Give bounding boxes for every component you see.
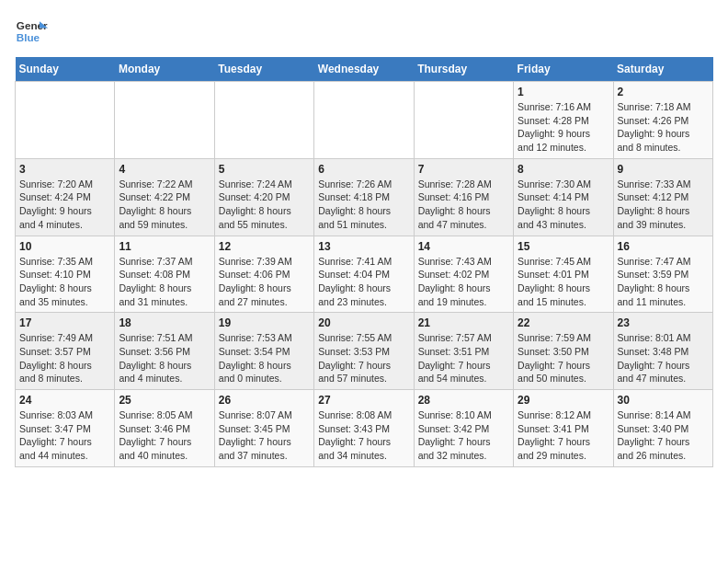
day-number: 4 xyxy=(119,163,210,176)
day-info: Sunrise: 7:45 AM Sunset: 4:01 PM Dayligh… xyxy=(518,255,609,309)
calendar-cell: 14Sunrise: 7:43 AM Sunset: 4:02 PM Dayli… xyxy=(414,236,513,313)
calendar-cell: 26Sunrise: 8:07 AM Sunset: 3:45 PM Dayli… xyxy=(214,390,313,467)
calendar-cell: 13Sunrise: 7:41 AM Sunset: 4:04 PM Dayli… xyxy=(314,236,414,313)
logo: General Blue xyxy=(15,15,48,48)
day-info: Sunrise: 7:43 AM Sunset: 4:02 PM Dayligh… xyxy=(418,255,509,309)
calendar-cell: 28Sunrise: 8:10 AM Sunset: 3:42 PM Dayli… xyxy=(414,390,513,467)
day-info: Sunrise: 7:18 AM Sunset: 4:26 PM Dayligh… xyxy=(618,100,709,155)
day-number: 19 xyxy=(219,316,310,329)
calendar-cell xyxy=(214,82,313,159)
calendar-cell: 7Sunrise: 7:28 AM Sunset: 4:16 PM Daylig… xyxy=(414,158,513,236)
calendar-table: SundayMondayTuesdayWednesdayThursdayFrid… xyxy=(15,57,713,467)
day-info: Sunrise: 7:51 AM Sunset: 3:56 PM Dayligh… xyxy=(119,331,210,385)
calendar-cell: 4Sunrise: 7:22 AM Sunset: 4:22 PM Daylig… xyxy=(115,158,214,236)
day-info: Sunrise: 8:14 AM Sunset: 3:40 PM Dayligh… xyxy=(618,408,709,463)
day-header-tuesday: Tuesday xyxy=(214,57,313,82)
day-number: 6 xyxy=(318,163,409,176)
day-info: Sunrise: 7:20 AM Sunset: 4:24 PM Dayligh… xyxy=(19,178,110,232)
calendar-cell xyxy=(314,82,414,159)
day-header-saturday: Saturday xyxy=(613,57,712,82)
day-number: 7 xyxy=(418,163,509,176)
calendar-cell xyxy=(115,82,214,159)
day-info: Sunrise: 7:53 AM Sunset: 3:54 PM Dayligh… xyxy=(219,331,310,385)
week-row-4: 17Sunrise: 7:49 AM Sunset: 3:57 PM Dayli… xyxy=(16,313,713,390)
calendar-cell: 29Sunrise: 8:12 AM Sunset: 3:41 PM Dayli… xyxy=(514,390,613,467)
day-number: 13 xyxy=(318,240,409,253)
calendar-cell: 27Sunrise: 8:08 AM Sunset: 3:43 PM Dayli… xyxy=(314,390,414,467)
day-header-friday: Friday xyxy=(514,57,613,82)
day-info: Sunrise: 8:08 AM Sunset: 3:43 PM Dayligh… xyxy=(318,408,409,463)
calendar-cell: 17Sunrise: 7:49 AM Sunset: 3:57 PM Dayli… xyxy=(16,313,115,390)
calendar-cell: 20Sunrise: 7:55 AM Sunset: 3:53 PM Dayli… xyxy=(314,313,414,390)
day-info: Sunrise: 7:22 AM Sunset: 4:22 PM Dayligh… xyxy=(119,178,210,232)
day-info: Sunrise: 7:41 AM Sunset: 4:04 PM Dayligh… xyxy=(318,255,409,309)
day-info: Sunrise: 7:39 AM Sunset: 4:06 PM Dayligh… xyxy=(219,255,310,309)
day-info: Sunrise: 7:33 AM Sunset: 4:12 PM Dayligh… xyxy=(618,178,709,232)
calendar-cell: 21Sunrise: 7:57 AM Sunset: 3:51 PM Dayli… xyxy=(414,313,513,390)
calendar-cell xyxy=(16,82,115,159)
day-info: Sunrise: 8:01 AM Sunset: 3:48 PM Dayligh… xyxy=(618,331,709,385)
calendar-cell: 30Sunrise: 8:14 AM Sunset: 3:40 PM Dayli… xyxy=(613,390,712,467)
calendar-cell: 3Sunrise: 7:20 AM Sunset: 4:24 PM Daylig… xyxy=(16,158,115,236)
calendar-cell: 22Sunrise: 7:59 AM Sunset: 3:50 PM Dayli… xyxy=(514,313,613,390)
day-number: 26 xyxy=(219,394,310,407)
day-header-monday: Monday xyxy=(115,57,214,82)
calendar-cell: 10Sunrise: 7:35 AM Sunset: 4:10 PM Dayli… xyxy=(16,236,115,313)
day-number: 28 xyxy=(418,394,509,407)
calendar-cell: 24Sunrise: 8:03 AM Sunset: 3:47 PM Dayli… xyxy=(16,390,115,467)
calendar-cell: 15Sunrise: 7:45 AM Sunset: 4:01 PM Dayli… xyxy=(514,236,613,313)
day-number: 17 xyxy=(19,316,110,329)
day-info: Sunrise: 7:28 AM Sunset: 4:16 PM Dayligh… xyxy=(418,178,509,232)
day-header-thursday: Thursday xyxy=(414,57,513,82)
calendar-cell: 5Sunrise: 7:24 AM Sunset: 4:20 PM Daylig… xyxy=(214,158,313,236)
day-info: Sunrise: 8:03 AM Sunset: 3:47 PM Dayligh… xyxy=(19,408,110,463)
day-number: 2 xyxy=(618,86,709,98)
day-number: 10 xyxy=(19,240,110,253)
calendar-cell xyxy=(414,82,513,159)
day-header-wednesday: Wednesday xyxy=(314,57,414,82)
day-info: Sunrise: 8:07 AM Sunset: 3:45 PM Dayligh… xyxy=(219,408,310,463)
logo-icon: General Blue xyxy=(15,15,48,48)
day-number: 23 xyxy=(618,316,709,329)
calendar-cell: 6Sunrise: 7:26 AM Sunset: 4:18 PM Daylig… xyxy=(314,158,414,236)
day-number: 9 xyxy=(618,163,709,176)
calendar-cell: 8Sunrise: 7:30 AM Sunset: 4:14 PM Daylig… xyxy=(514,158,613,236)
calendar-cell: 23Sunrise: 8:01 AM Sunset: 3:48 PM Dayli… xyxy=(613,313,712,390)
day-number: 24 xyxy=(19,394,110,407)
day-number: 29 xyxy=(518,394,609,407)
day-info: Sunrise: 7:30 AM Sunset: 4:14 PM Dayligh… xyxy=(518,178,609,232)
day-number: 12 xyxy=(219,240,310,253)
header-row: SundayMondayTuesdayWednesdayThursdayFrid… xyxy=(16,57,713,82)
week-row-1: 1Sunrise: 7:16 AM Sunset: 4:28 PM Daylig… xyxy=(16,82,713,159)
week-row-2: 3Sunrise: 7:20 AM Sunset: 4:24 PM Daylig… xyxy=(16,158,713,236)
day-number: 5 xyxy=(219,163,310,176)
calendar-cell: 12Sunrise: 7:39 AM Sunset: 4:06 PM Dayli… xyxy=(214,236,313,313)
svg-text:Blue: Blue xyxy=(17,31,40,43)
day-number: 14 xyxy=(418,240,509,253)
calendar-cell: 9Sunrise: 7:33 AM Sunset: 4:12 PM Daylig… xyxy=(613,158,712,236)
day-number: 21 xyxy=(418,316,509,329)
calendar-cell: 2Sunrise: 7:18 AM Sunset: 4:26 PM Daylig… xyxy=(613,82,712,159)
calendar-cell: 18Sunrise: 7:51 AM Sunset: 3:56 PM Dayli… xyxy=(115,313,214,390)
week-row-5: 24Sunrise: 8:03 AM Sunset: 3:47 PM Dayli… xyxy=(16,390,713,467)
day-header-sunday: Sunday xyxy=(16,57,115,82)
day-info: Sunrise: 7:49 AM Sunset: 3:57 PM Dayligh… xyxy=(19,331,110,385)
day-number: 15 xyxy=(518,240,609,253)
day-number: 27 xyxy=(318,394,409,407)
header: General Blue xyxy=(15,15,713,48)
day-info: Sunrise: 8:05 AM Sunset: 3:46 PM Dayligh… xyxy=(119,408,210,463)
day-number: 30 xyxy=(618,394,709,407)
day-info: Sunrise: 8:12 AM Sunset: 3:41 PM Dayligh… xyxy=(518,408,609,463)
day-info: Sunrise: 8:10 AM Sunset: 3:42 PM Dayligh… xyxy=(418,408,509,463)
day-info: Sunrise: 7:59 AM Sunset: 3:50 PM Dayligh… xyxy=(518,331,609,385)
week-row-3: 10Sunrise: 7:35 AM Sunset: 4:10 PM Dayli… xyxy=(16,236,713,313)
day-number: 16 xyxy=(618,240,709,253)
day-info: Sunrise: 7:16 AM Sunset: 4:28 PM Dayligh… xyxy=(518,100,609,155)
calendar-cell: 25Sunrise: 8:05 AM Sunset: 3:46 PM Dayli… xyxy=(115,390,214,467)
day-info: Sunrise: 7:26 AM Sunset: 4:18 PM Dayligh… xyxy=(318,178,409,232)
calendar-cell: 11Sunrise: 7:37 AM Sunset: 4:08 PM Dayli… xyxy=(115,236,214,313)
day-info: Sunrise: 7:57 AM Sunset: 3:51 PM Dayligh… xyxy=(418,331,509,385)
day-number: 3 xyxy=(19,163,110,176)
day-number: 1 xyxy=(518,86,609,98)
day-number: 22 xyxy=(518,316,609,329)
